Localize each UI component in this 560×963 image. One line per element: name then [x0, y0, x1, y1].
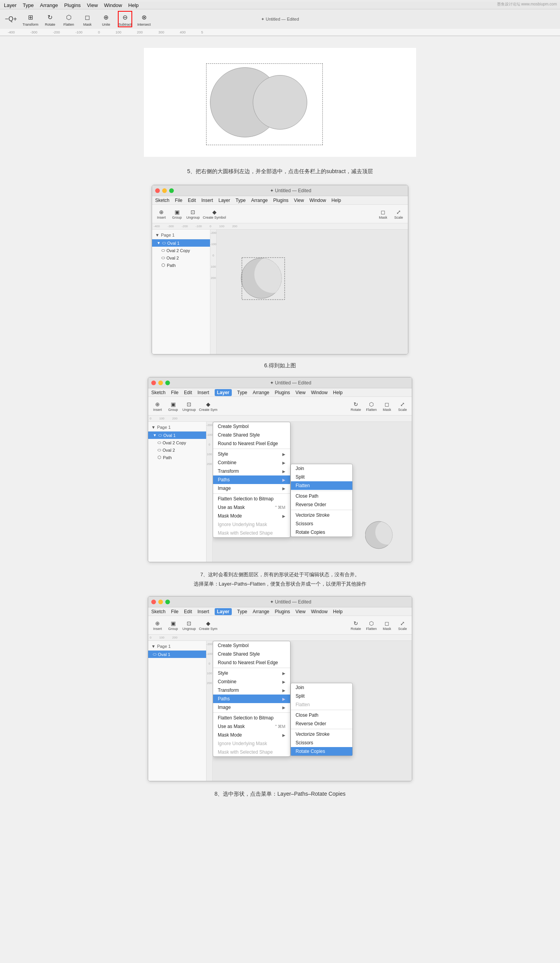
menu-use-mask-3[interactable]: Use as Mask ⌃⌘M: [213, 722, 290, 731]
sm1-file[interactable]: File: [175, 198, 182, 203]
menu-image-3[interactable]: Image▶: [213, 703, 290, 712]
sm2-help[interactable]: Help: [333, 390, 343, 395]
layer-path-s2[interactable]: ⬡Path: [148, 454, 206, 461]
transform-btn[interactable]: ⊞ Transform: [23, 12, 38, 26]
menu-view[interactable]: View: [87, 2, 98, 8]
flatten-btn[interactable]: ⬡ Flatten: [62, 12, 76, 26]
menu-mask-mode-2[interactable]: Mask Mode▶: [213, 512, 290, 520]
paths-scissors-2[interactable]: Scissors: [291, 519, 352, 528]
close-btn-2[interactable]: [151, 381, 156, 385]
menu-type[interactable]: Type: [23, 2, 34, 8]
menu-round-pixel-2[interactable]: Round to Nearest Pixel Edge: [213, 439, 290, 448]
sm3-type[interactable]: Type: [237, 609, 247, 614]
menu-mask-mode-3[interactable]: Mask Mode▶: [213, 731, 290, 739]
layer-oval2copy-s2[interactable]: ⬭Oval 2 Copy: [148, 439, 206, 446]
unite-btn[interactable]: ⊕ Unite: [99, 12, 113, 26]
sm2-file[interactable]: File: [171, 390, 178, 395]
rotate-btn-3[interactable]: ↻Rotate: [350, 620, 362, 631]
menu-create-shared-2[interactable]: Create Shared Style: [213, 431, 290, 439]
layer-oval1-s3[interactable]: ⬭ Oval 1: [148, 651, 206, 658]
sm3-edit[interactable]: Edit: [184, 609, 192, 614]
sm3-layer[interactable]: Layer: [215, 608, 232, 615]
sm1-edit[interactable]: Edit: [188, 198, 196, 203]
paths-reverse-3[interactable]: Reverse Order: [291, 719, 352, 728]
sm1-arrange[interactable]: Arrange: [251, 198, 268, 203]
sm1-layer[interactable]: Layer: [219, 198, 230, 203]
insert-btn-3[interactable]: ⊕Insert: [151, 620, 164, 631]
rotate-btn-2[interactable]: ↻Rotate: [350, 401, 362, 412]
mask-btn-s2[interactable]: ◻Mask: [381, 401, 393, 412]
menu-combine-3[interactable]: Combine▶: [213, 677, 290, 686]
paths-vectorize-2[interactable]: Vectorize Stroke: [291, 511, 352, 519]
sm2-sketch[interactable]: Sketch: [151, 390, 166, 395]
page-label-3[interactable]: ▼Page 1: [148, 642, 206, 651]
sm3-file[interactable]: File: [171, 609, 178, 614]
scale-btn-s2[interactable]: ⤢Scale: [396, 401, 409, 412]
sm2-window[interactable]: Window: [311, 390, 328, 395]
ungroup-btn-3[interactable]: ⊡Ungroup: [182, 620, 196, 631]
menu-layer[interactable]: Layer: [4, 2, 17, 8]
close-btn-1[interactable]: [155, 188, 160, 193]
layer-oval2-s2[interactable]: ⬭Oval 2: [148, 446, 206, 454]
layer-oval1-s2[interactable]: ▼⬭ Oval 1: [148, 432, 206, 439]
minimize-btn-2[interactable]: [158, 381, 163, 385]
paths-join-2[interactable]: Join: [291, 464, 352, 473]
create-sym-btn-2[interactable]: ◆Create Sym: [199, 401, 218, 412]
close-btn-3[interactable]: [151, 600, 156, 604]
sm2-layer[interactable]: Layer: [215, 389, 232, 396]
minimize-btn-3[interactable]: [158, 600, 163, 604]
sm2-plugins[interactable]: Plugins: [275, 390, 290, 395]
paths-vectorize-3[interactable]: Vectorize Stroke: [291, 730, 352, 738]
paths-rotate-copies-3[interactable]: Rotate Copies: [291, 747, 352, 756]
sm3-help[interactable]: Help: [333, 609, 343, 614]
mask-btn-s3[interactable]: ◻Mask: [381, 620, 393, 631]
menu-create-symbol-3[interactable]: Create Symbol: [213, 641, 290, 650]
layer-oval1-s1[interactable]: ▼ ⬭ Oval 1: [152, 239, 210, 247]
paths-split-3[interactable]: Split: [291, 692, 352, 700]
sm3-insert[interactable]: Insert: [198, 609, 209, 614]
page-label-1[interactable]: ▼Page 1: [152, 231, 210, 239]
maximize-btn-2[interactable]: [165, 381, 170, 385]
ungroup-btn-2[interactable]: ⊡Ungroup: [182, 401, 196, 412]
paths-close-3[interactable]: Close Path: [291, 711, 352, 719]
maximize-btn-3[interactable]: [165, 600, 170, 604]
ungroup-btn-1[interactable]: ⊡Ungroup: [186, 209, 200, 219]
sm1-type[interactable]: Type: [236, 198, 246, 203]
menu-style-3[interactable]: Style▶: [213, 669, 290, 677]
menu-combine-2[interactable]: Combine▶: [213, 458, 290, 467]
intersect-btn[interactable]: ⊗ Intersect: [137, 12, 151, 26]
create-symbol-btn-1[interactable]: ◆Create Symbol: [203, 209, 226, 219]
insert-btn-1[interactable]: ⊕Insert: [155, 209, 168, 219]
sm1-sketch[interactable]: Sketch: [155, 198, 170, 203]
group-btn-3[interactable]: ▣Group: [167, 620, 179, 631]
sm2-type[interactable]: Type: [237, 390, 247, 395]
paths-rotate-2[interactable]: Rotate Copies: [291, 528, 352, 537]
menu-round-pixel-3[interactable]: Round to Nearest Pixel Edge: [213, 658, 290, 667]
menu-flatten-sel-3[interactable]: Flatten Selection to Bitmap: [213, 714, 290, 722]
sm3-arrange[interactable]: Arrange: [253, 609, 270, 614]
paths-scissors-3[interactable]: Scissors: [291, 738, 352, 747]
sm3-view[interactable]: View: [296, 609, 306, 614]
menu-help[interactable]: Help: [128, 2, 139, 8]
sm2-edit[interactable]: Edit: [184, 390, 192, 395]
subtract-btn[interactable]: ⊖ Subtract: [118, 11, 133, 27]
menu-paths-2[interactable]: Paths▶: [213, 475, 290, 484]
paths-split-2[interactable]: Split: [291, 473, 352, 481]
sm2-arrange[interactable]: Arrange: [253, 390, 270, 395]
menu-use-mask-2[interactable]: Use as Mask ⌃⌘M: [213, 503, 290, 512]
scale-btn-s1[interactable]: ⤢Scale: [392, 209, 405, 219]
sm2-view[interactable]: View: [296, 390, 306, 395]
menu-create-shared-3[interactable]: Create Shared Style: [213, 650, 290, 658]
sm1-view[interactable]: View: [294, 198, 304, 203]
mask-btn-s1[interactable]: ◻Mask: [377, 209, 389, 219]
maximize-btn-1[interactable]: [169, 188, 174, 193]
sm1-plugins[interactable]: Plugins: [273, 198, 288, 203]
menu-transform-3[interactable]: Transform▶: [213, 686, 290, 695]
paths-join-3[interactable]: Join: [291, 683, 352, 692]
layer-oval2-s1[interactable]: ⬭ Oval 2: [152, 254, 210, 261]
create-sym-btn-3[interactable]: ◆Create Sym: [199, 620, 218, 631]
menu-arrange[interactable]: Arrange: [40, 2, 58, 8]
page-label-2[interactable]: ▼Page 1: [148, 423, 206, 432]
sm3-sketch[interactable]: Sketch: [151, 609, 166, 614]
layer-path-s1[interactable]: ⬡ Path: [152, 261, 210, 269]
